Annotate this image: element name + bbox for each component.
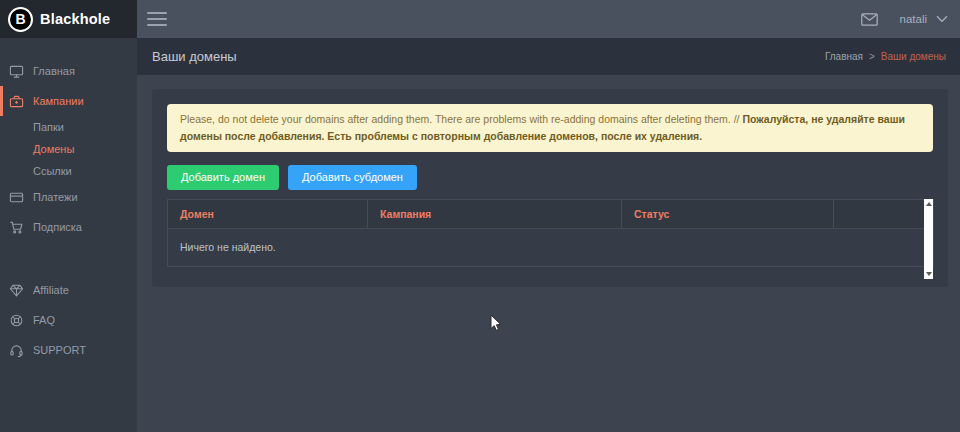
column-header-domain[interactable]: Домен — [168, 199, 368, 228]
sidebar-item-label: Домены — [33, 143, 74, 155]
page-header: Ваши домены Главная > Ваши домены — [137, 38, 960, 75]
envelope-icon — [861, 13, 878, 26]
topbar: natali — [137, 0, 960, 38]
hamburger-icon — [147, 12, 167, 14]
chevron-down-icon — [936, 15, 948, 23]
sidebar-item-main[interactable]: Главная — [0, 56, 137, 86]
breadcrumb: Главная > Ваши домены — [825, 51, 946, 62]
domains-table: Домен Кампания Статус Ничего не найдено. — [167, 199, 934, 267]
sidebar-item-label: Affiliate — [33, 284, 69, 296]
sidebar-item-campaigns[interactable]: Кампании — [0, 86, 137, 116]
lifebuoy-icon — [9, 313, 24, 328]
add-subdomain-button[interactable]: Добавить субдомен — [288, 165, 417, 190]
sidebar-item-label: FAQ — [33, 314, 55, 326]
sidebar-item-support[interactable]: SUPPORT — [0, 335, 137, 365]
headset-icon — [9, 343, 24, 358]
scroll-up-icon[interactable] — [926, 202, 932, 206]
brand-name: Blackhole — [40, 11, 110, 27]
table-scrollbar[interactable] — [924, 199, 933, 279]
table-header-row: Домен Кампания Статус — [168, 199, 934, 228]
add-domain-button[interactable]: Добавить домен — [167, 165, 279, 190]
column-header-actions — [834, 199, 934, 228]
column-header-status[interactable]: Статус — [622, 199, 834, 228]
messages-button[interactable] — [861, 13, 878, 26]
briefcase-icon — [9, 94, 24, 109]
user-name: natali — [900, 13, 928, 25]
page-title: Ваши домены — [152, 49, 237, 64]
sidebar-item-label: Папки — [33, 121, 64, 133]
logo[interactable]: B Blackhole — [0, 0, 137, 38]
sidebar-item-label: Главная — [33, 65, 75, 77]
sidebar-item-links[interactable]: Ссылки — [0, 160, 137, 182]
sidebar-item-label: Кампании — [33, 95, 84, 107]
credit-card-icon — [9, 190, 24, 205]
brand-logo-icon: B — [8, 7, 33, 32]
sidebar-nav: Главная Кампании Папки Домены Ссылки — [0, 38, 137, 365]
sidebar-item-payments[interactable]: Платежи — [0, 182, 137, 212]
monitor-icon — [9, 64, 24, 79]
diamond-icon — [9, 283, 24, 298]
sidebar-item-folders[interactable]: Папки — [0, 116, 137, 138]
sidebar-toggle-button[interactable] — [147, 12, 167, 26]
empty-state-text: Ничего не найдено. — [168, 228, 934, 266]
content-area: Please, do not delete your domains after… — [137, 75, 960, 432]
sidebar-item-faq[interactable]: FAQ — [0, 305, 137, 335]
sidebar: B Blackhole Главная Кампании Папки — [0, 0, 137, 432]
scroll-down-icon[interactable] — [926, 272, 932, 276]
cart-icon — [9, 220, 24, 235]
sidebar-item-subscription[interactable]: Подписка — [0, 212, 137, 242]
breadcrumb-home[interactable]: Главная — [825, 51, 863, 62]
sidebar-item-label: Подписка — [33, 221, 82, 233]
sidebar-item-affiliate[interactable]: Affiliate — [0, 275, 137, 305]
sidebar-item-label: SUPPORT — [33, 344, 86, 356]
breadcrumb-current: Ваши домены — [881, 51, 946, 62]
warning-alert: Please, do not delete your domains after… — [167, 104, 933, 152]
sidebar-item-label: Платежи — [33, 191, 78, 203]
sidebar-item-label: Ссылки — [33, 165, 72, 177]
sidebar-gap — [0, 242, 137, 275]
column-header-campaign[interactable]: Кампания — [368, 199, 622, 228]
actions-row: Добавить домен Добавить субдомен — [167, 165, 933, 190]
breadcrumb-separator: > — [869, 51, 875, 62]
domains-panel: Please, do not delete your domains after… — [152, 89, 948, 287]
table-row: Ничего не найдено. — [168, 228, 934, 266]
sidebar-item-domains[interactable]: Домены — [0, 138, 137, 160]
user-menu[interactable]: natali — [900, 13, 949, 25]
alert-text-en: Please, do not delete your domains after… — [180, 113, 740, 125]
